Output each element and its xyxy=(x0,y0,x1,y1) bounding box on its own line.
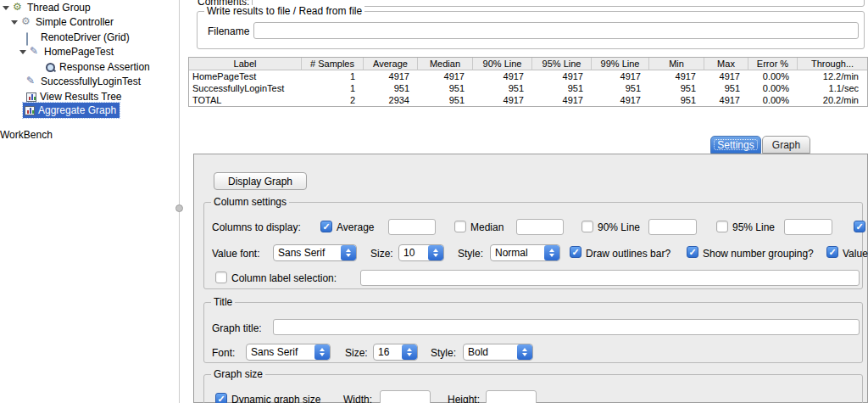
median-color-input[interactable] xyxy=(516,219,564,235)
cell-min: 4917 xyxy=(649,70,704,82)
average-checkbox[interactable] xyxy=(320,221,332,232)
sampler-icon xyxy=(26,76,37,87)
cell-95line: 4917 xyxy=(532,94,592,106)
value-size-label: Size: xyxy=(370,248,393,260)
cell-error: 0.00% xyxy=(748,94,798,106)
tree-item-response-assertion[interactable]: Response Assertion xyxy=(45,60,150,74)
height-input[interactable] xyxy=(486,390,537,403)
title-font-label: Font: xyxy=(212,347,235,359)
cell-min: 951 xyxy=(649,94,704,106)
tree-item-simple-controller[interactable]: Simple Controller xyxy=(11,15,114,29)
split-pane-divider[interactable] xyxy=(179,0,180,403)
split-pane-handle[interactable] xyxy=(175,204,183,212)
line95-color-input[interactable] xyxy=(784,219,832,235)
value-style-select[interactable]: Normal xyxy=(490,244,560,261)
column-header[interactable]: Max xyxy=(704,58,748,70)
column-header[interactable]: Average xyxy=(364,58,418,70)
tree-item-label: Simple Controller xyxy=(36,15,114,29)
median-checkbox[interactable] xyxy=(454,221,466,232)
column-header[interactable]: 95% Line xyxy=(532,58,592,70)
tree-item-homepagetest[interactable]: HomePageTest xyxy=(19,45,114,59)
cell-samples: 1 xyxy=(302,82,364,94)
width-label: Width: xyxy=(343,394,372,403)
dynamic-graph-size-checkbox[interactable] xyxy=(215,393,227,403)
column-header[interactable]: Label xyxy=(189,58,302,70)
median-label: Median xyxy=(470,221,504,233)
value-size-value: 10 xyxy=(399,247,428,259)
table-row[interactable]: SuccessfullyLoginTest 1 951 951 951 951 … xyxy=(189,82,867,94)
tree-item-label: WorkBench xyxy=(0,128,53,142)
column-header[interactable]: Min xyxy=(649,58,704,70)
value-size-select[interactable]: 10 xyxy=(398,244,444,261)
disclosure-triangle-icon[interactable] xyxy=(11,20,18,25)
value-labels-checkbox[interactable] xyxy=(826,246,838,258)
title-font-select[interactable]: Sans Serif xyxy=(246,344,331,361)
cell-95line: 951 xyxy=(532,82,592,94)
disclosure-triangle-icon[interactable] xyxy=(19,50,26,54)
filename-input[interactable] xyxy=(253,22,859,39)
column-header[interactable]: Through... xyxy=(798,58,867,70)
controller-icon xyxy=(21,17,32,28)
title-style-select[interactable]: Bold xyxy=(463,344,533,361)
cell-samples: 2 xyxy=(302,94,364,106)
table-row[interactable]: TOTAL 2 2934 951 4917 4917 4917 951 4917… xyxy=(189,94,867,106)
tab-settings[interactable]: Settings xyxy=(710,136,761,154)
select-stepper-icon xyxy=(544,245,559,260)
cell-error: 0.00% xyxy=(748,70,798,82)
cell-99line: 4917 xyxy=(592,70,649,82)
cell-samples: 1 xyxy=(302,70,364,82)
column-header[interactable]: # Samples xyxy=(302,58,364,70)
title-style-label: Style: xyxy=(431,347,456,359)
cell-throughput: 1.1/sec xyxy=(798,82,867,94)
value-font-select[interactable]: Sans Serif xyxy=(273,244,357,261)
display-graph-button[interactable]: Display Graph xyxy=(214,172,307,190)
tree-item-view-results-tree[interactable]: View Results Tree xyxy=(26,90,122,104)
select-stepper-icon xyxy=(402,344,417,360)
cell-99line: 951 xyxy=(592,82,649,94)
tree-item-renotedriver[interactable]: RenoteDriver (Grid) xyxy=(26,31,130,44)
jmeter-window: Thread Group Simple Controller RenoteDri… xyxy=(0,0,868,403)
title-size-label: Size: xyxy=(345,347,368,359)
number-grouping-label: Show number grouping? xyxy=(703,248,814,260)
line95-label: 95% Line xyxy=(732,221,775,233)
draw-outlines-checkbox[interactable] xyxy=(570,246,581,258)
line99-checkbox-partial[interactable] xyxy=(854,221,865,232)
graph-title-input[interactable] xyxy=(273,319,860,335)
column-label-selection-input[interactable] xyxy=(360,270,860,286)
select-stepper-icon xyxy=(428,245,443,260)
line90-checkbox[interactable] xyxy=(581,221,593,232)
column-header[interactable]: Error % xyxy=(748,58,798,70)
column-label-selection-checkbox[interactable] xyxy=(215,271,227,283)
cell-max: 951 xyxy=(704,82,748,94)
column-header[interactable]: Median xyxy=(418,58,473,70)
value-font-value: Sans Serif xyxy=(274,247,341,259)
cell-label: TOTAL xyxy=(189,94,302,106)
title-size-select[interactable]: 16 xyxy=(373,344,418,361)
select-stepper-icon xyxy=(314,344,330,360)
tree-item-aggregate-graph[interactable]: Aggregate Graph xyxy=(23,104,120,117)
select-stepper-icon xyxy=(517,344,532,360)
tree-item-successfullylogintest[interactable]: SuccessfullyLoginTest xyxy=(26,75,141,88)
cell-error: 0.00% xyxy=(748,82,798,94)
tree-item-thread-group[interactable]: Thread Group xyxy=(3,1,91,14)
tree-item-label: HomePageTest xyxy=(44,45,114,59)
column-header[interactable]: 99% Line xyxy=(592,58,649,70)
cell-label: HomePageTest xyxy=(189,70,302,82)
number-grouping-checkbox[interactable] xyxy=(687,246,698,258)
cell-max: 4917 xyxy=(704,70,748,82)
disclosure-triangle-icon[interactable] xyxy=(3,6,9,10)
line90-color-input[interactable] xyxy=(648,219,697,235)
cell-throughput: 20.2/min xyxy=(798,94,867,106)
tab-graph[interactable]: Graph xyxy=(762,136,810,154)
column-header[interactable]: 90% Line xyxy=(473,58,532,70)
table-row[interactable]: HomePageTest 1 4917 4917 4917 4917 4917 … xyxy=(189,70,867,82)
tree-item-workbench[interactable]: WorkBench xyxy=(0,128,53,142)
width-input[interactable] xyxy=(380,390,431,403)
select-stepper-icon xyxy=(341,245,356,260)
average-color-input[interactable] xyxy=(388,219,436,235)
tree-item-label: SuccessfullyLoginTest xyxy=(41,75,141,88)
line95-checkbox[interactable] xyxy=(716,221,728,232)
title-font-value: Sans Serif xyxy=(247,346,314,358)
cell-90line: 4917 xyxy=(473,70,532,82)
selected-tree-item: Aggregate Graph xyxy=(23,103,120,118)
